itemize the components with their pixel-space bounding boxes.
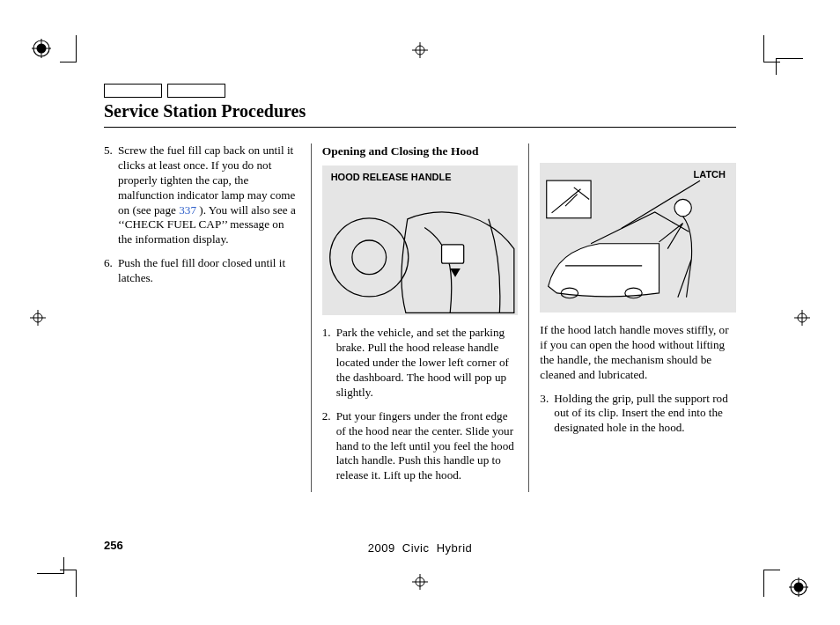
crop-mark-icon: [763, 570, 780, 597]
list-item: 3. Holding the grip, pull the support ro…: [540, 392, 736, 437]
page-link[interactable]: 337: [179, 203, 196, 217]
spacer: [540, 143, 736, 163]
registration-cross-icon: [412, 574, 428, 590]
crop-mark-icon: [776, 58, 803, 75]
item-text: Screw the fuel fill cap back on until it…: [118, 143, 300, 247]
svg-point-20: [329, 218, 408, 297]
crop-mark-icon: [60, 35, 77, 62]
page-body: Service Station Procedures 5. Screw the …: [104, 84, 736, 550]
column-1: 5. Screw the fuel fill cap back on until…: [104, 143, 300, 492]
hood-release-illustration-icon: [322, 165, 519, 315]
header-box: [104, 84, 162, 98]
footer-model-line: 2009 Civic Hybrid: [0, 541, 840, 555]
list-item: 6. Push the fuel fill door closed until …: [104, 256, 300, 286]
registration-cross-icon: [794, 310, 810, 326]
item-number: 2.: [322, 409, 336, 483]
page-title: Service Station Procedures: [104, 101, 736, 121]
svg-point-23: [674, 199, 691, 216]
hood-latch-illustration-icon: [540, 163, 736, 312]
item-text: Put your fingers under the front edge of…: [336, 409, 519, 483]
item-number: 6.: [104, 256, 118, 286]
title-rule: [104, 127, 736, 128]
paragraph: If the hood latch handle moves stiffly, …: [540, 323, 736, 383]
item-text: Park the vehicle, and set the parking br…: [336, 326, 519, 400]
svg-rect-22: [441, 245, 463, 263]
registration-cross-icon: [412, 42, 428, 58]
registration-mark-icon: [789, 577, 808, 597]
header-boxes: [104, 84, 736, 98]
item-number: 1.: [322, 326, 336, 400]
list-item: 5. Screw the fuel fill cap back on until…: [104, 143, 300, 247]
svg-point-21: [352, 240, 387, 275]
section-subhead: Opening and Closing the Hood: [322, 143, 519, 158]
column-2: Opening and Closing the Hood HOOD RELEAS…: [311, 143, 519, 492]
item-text: Push the fuel fill door closed until it …: [118, 256, 300, 286]
crop-mark-icon: [60, 570, 77, 597]
item-text: Holding the grip, pull the support rod o…: [554, 392, 736, 437]
column-3: LATCH: [528, 143, 736, 492]
figure-hood-latch: LATCH: [540, 163, 736, 312]
registration-cross-icon: [30, 310, 46, 326]
header-box: [167, 84, 225, 98]
registration-mark-icon: [32, 39, 51, 58]
list-item: 2. Put your fingers under the front edge…: [322, 409, 519, 483]
list-item: 1. Park the vehicle, and set the parking…: [322, 326, 519, 400]
item-number: 5.: [104, 143, 118, 247]
item-number: 3.: [540, 392, 554, 437]
figure-hood-release: HOOD RELEASE HANDLE: [322, 165, 519, 315]
